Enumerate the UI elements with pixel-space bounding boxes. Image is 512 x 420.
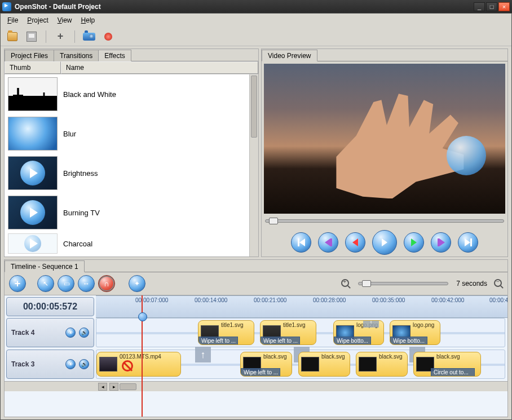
preview-seek-slider[interactable] (265, 217, 504, 227)
menu-project[interactable]: Project (24, 15, 51, 25)
scroll-left-button[interactable]: ◂ (98, 383, 107, 391)
clip-black-a[interactable]: black.svg Wipe left to ... (240, 352, 292, 377)
clip-black-b[interactable]: black.svg (298, 352, 350, 377)
open-button[interactable] (5, 29, 20, 44)
transition-label[interactable]: Wipe botto... (390, 337, 427, 345)
menu-view[interactable]: View (54, 15, 76, 25)
plus-icon: + (58, 30, 64, 42)
resize-tool-button[interactable]: ↔ (78, 275, 95, 292)
preview-panel: Video Preview (261, 48, 508, 257)
track-visible-toggle[interactable]: 👁 (65, 359, 76, 369)
clip-label: title1.svg (283, 322, 305, 328)
video-preview[interactable] (264, 64, 505, 214)
add-track-button[interactable]: + (9, 275, 26, 292)
step-back-button[interactable] (345, 232, 365, 253)
effect-thumb-icon (8, 233, 58, 254)
clip-title1-a[interactable]: title1.svg Wipe left to ... (198, 320, 254, 345)
playhead[interactable] (142, 295, 143, 417)
clip-00123-mts[interactable]: 00123.MTS.mp4 (96, 352, 181, 377)
timeline-ruler[interactable]: 00:00:07:000 00:00:14:000 00:00:21:000 0… (96, 295, 507, 318)
track-3: Track 3 👁 🔊 00123.MTS.mp4 ↑ black.svg Wi… (5, 350, 507, 379)
zoom-in-icon[interactable]: + (341, 279, 350, 288)
camera-icon (83, 33, 95, 41)
effect-thumb-icon (8, 117, 58, 151)
close-button[interactable]: × (498, 2, 510, 11)
track-audio-toggle[interactable]: 🔊 (79, 328, 89, 338)
clip-thumb-icon (301, 357, 319, 372)
snap-button[interactable]: ∩ (98, 275, 115, 292)
timeline-toolbar: + ↖ ▭ ↔ ∩ ✦ + 7 seconds − (5, 272, 507, 295)
hscroll-thumb[interactable] (120, 383, 136, 390)
effects-panel: Project Files Transitions Effects Thumb … (4, 48, 259, 257)
clip-thumb-icon (99, 357, 117, 372)
razor-tool-button[interactable]: ▭ (58, 275, 74, 292)
effect-thumb-icon (8, 156, 58, 190)
timeline-hscrollbar[interactable]: ◂ ▸ (5, 381, 507, 391)
col-name[interactable]: Name (61, 61, 258, 74)
prev-marker-button[interactable] (318, 232, 338, 253)
ruler-tick: 00:00:49:000 (489, 297, 507, 303)
transition-label[interactable]: Wipe left to ... (198, 337, 238, 345)
transition-label[interactable]: Wipe left to ... (241, 368, 280, 377)
zoom-out-icon[interactable]: − (494, 279, 503, 288)
tab-effects[interactable]: Effects (98, 50, 131, 61)
arrow-up-icon: ↑ (363, 320, 379, 328)
effects-list: Black and White Blur Brightness Burning … (5, 74, 258, 257)
transition-label[interactable]: Wipe botto... (334, 337, 371, 345)
seek-knob[interactable] (269, 218, 278, 224)
pointer-tool-button[interactable]: ↖ (37, 275, 54, 292)
skip-start-button[interactable] (291, 232, 311, 253)
import-button[interactable]: + (53, 29, 68, 44)
clip-black-d[interactable]: black.svg Circle out to... (413, 352, 481, 377)
marker-icon: ✦ (134, 280, 140, 288)
clip-black-c[interactable]: black.svg (356, 352, 408, 377)
track-lane[interactable]: title1.svg Wipe left to ... title1.svg W… (96, 318, 505, 347)
play-button[interactable] (372, 230, 397, 255)
scrollbar-thumb[interactable] (251, 76, 257, 138)
effect-brightness[interactable]: Brightness (5, 153, 258, 193)
scroll-right-button[interactable]: ▸ (109, 383, 118, 391)
col-thumb[interactable]: Thumb (5, 61, 61, 74)
track-head[interactable]: Track 4 👁 🔊 (6, 318, 94, 347)
window-title: OpenShot - Default Project (15, 3, 474, 11)
tab-transitions[interactable]: Transitions (54, 50, 99, 61)
skip-end-button[interactable] (458, 232, 478, 253)
snapshot-button[interactable] (82, 29, 96, 44)
clip-logo-b[interactable]: logo.png Wipe botto... (390, 320, 440, 345)
effects-scrollbar[interactable] (249, 74, 258, 257)
next-marker-button[interactable] (431, 232, 451, 253)
tab-timeline[interactable]: Timeline - Sequence 1 (5, 260, 85, 272)
track-head[interactable]: Track 3 👁 🔊 (6, 350, 94, 379)
add-marker-button[interactable]: ✦ (129, 275, 145, 292)
zoom-knob[interactable] (362, 280, 371, 287)
track-lane[interactable]: 00123.MTS.mp4 ↑ black.svg Wipe left to .… (96, 350, 505, 379)
timeline-body: 00:00:05:572 00:00:07:000 00:00:14:000 0… (5, 295, 507, 417)
effect-thumb-icon (8, 196, 58, 229)
zoom-slider[interactable] (358, 282, 448, 285)
minimize-button[interactable]: _ (474, 2, 485, 11)
track-visible-toggle[interactable]: 👁 (65, 328, 76, 338)
track-audio-toggle[interactable]: 🔊 (79, 359, 89, 369)
step-forward-button[interactable] (404, 232, 424, 253)
menu-help[interactable]: Help (78, 15, 99, 25)
effect-burning-tv[interactable]: Burning TV (5, 193, 258, 232)
maximize-button[interactable]: □ (486, 2, 497, 11)
effect-label: Blur (63, 130, 76, 138)
effect-charcoal[interactable]: Charcoal (5, 232, 258, 255)
transition-label[interactable]: Wipe left to ... (261, 337, 300, 345)
tab-project-files[interactable]: Project Files (5, 50, 54, 61)
arrow-up-icon: ↑ (195, 347, 211, 362)
clip-title1-b[interactable]: title1.svg Wipe left to ... (260, 320, 316, 345)
floppy-icon (27, 32, 37, 42)
tab-video-preview[interactable]: Video Preview (262, 50, 317, 61)
effect-black-and-white[interactable]: Black and White (5, 74, 258, 114)
menu-file[interactable]: File (4, 15, 21, 25)
effect-blur[interactable]: Blur (5, 114, 258, 153)
record-button[interactable] (101, 29, 116, 44)
transition-label[interactable]: Circle out to... (431, 368, 475, 377)
menubar: File Project View Help (1, 14, 511, 27)
clip-logo-a[interactable]: logo.png ↑ Wipe botto... (333, 320, 384, 345)
ruler-tick: 00:00:28:000 (313, 297, 346, 303)
save-button[interactable] (24, 29, 39, 44)
app-icon (2, 2, 11, 11)
